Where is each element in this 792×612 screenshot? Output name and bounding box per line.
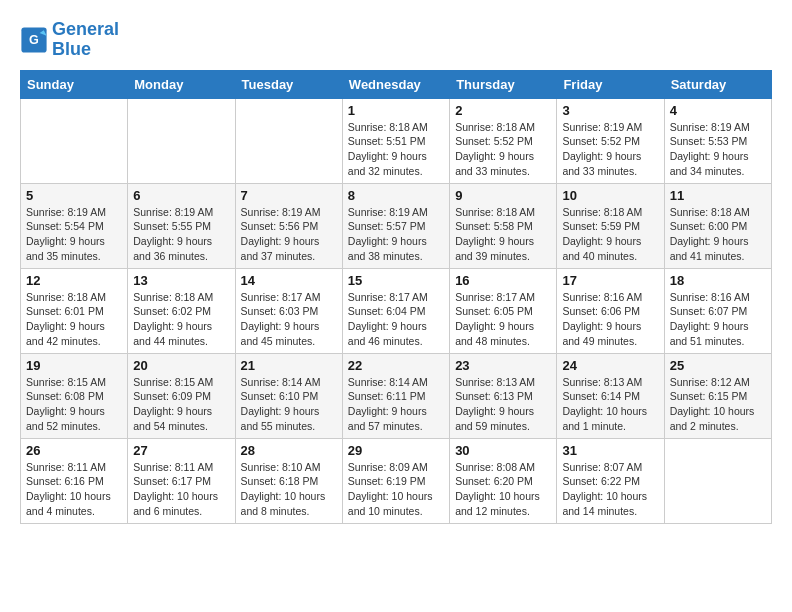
- day-cell: 20Sunrise: 8:15 AM Sunset: 6:09 PM Dayli…: [128, 353, 235, 438]
- day-info: Sunrise: 8:16 AM Sunset: 6:06 PM Dayligh…: [562, 290, 658, 349]
- day-info: Sunrise: 8:09 AM Sunset: 6:19 PM Dayligh…: [348, 460, 444, 519]
- day-info: Sunrise: 8:14 AM Sunset: 6:11 PM Dayligh…: [348, 375, 444, 434]
- day-number: 23: [455, 358, 551, 373]
- day-info: Sunrise: 8:07 AM Sunset: 6:22 PM Dayligh…: [562, 460, 658, 519]
- day-cell: 10Sunrise: 8:18 AM Sunset: 5:59 PM Dayli…: [557, 183, 664, 268]
- logo-text-line2: Blue: [52, 40, 119, 60]
- day-number: 21: [241, 358, 337, 373]
- day-cell: 21Sunrise: 8:14 AM Sunset: 6:10 PM Dayli…: [235, 353, 342, 438]
- day-cell: 25Sunrise: 8:12 AM Sunset: 6:15 PM Dayli…: [664, 353, 771, 438]
- logo-icon: G: [20, 26, 48, 54]
- header-monday: Monday: [128, 70, 235, 98]
- day-info: Sunrise: 8:11 AM Sunset: 6:16 PM Dayligh…: [26, 460, 122, 519]
- week-row-1: 1Sunrise: 8:18 AM Sunset: 5:51 PM Daylig…: [21, 98, 772, 183]
- day-info: Sunrise: 8:12 AM Sunset: 6:15 PM Dayligh…: [670, 375, 766, 434]
- day-info: Sunrise: 8:19 AM Sunset: 5:55 PM Dayligh…: [133, 205, 229, 264]
- week-row-2: 5Sunrise: 8:19 AM Sunset: 5:54 PM Daylig…: [21, 183, 772, 268]
- day-info: Sunrise: 8:19 AM Sunset: 5:57 PM Dayligh…: [348, 205, 444, 264]
- day-number: 17: [562, 273, 658, 288]
- day-number: 2: [455, 103, 551, 118]
- day-info: Sunrise: 8:16 AM Sunset: 6:07 PM Dayligh…: [670, 290, 766, 349]
- day-cell: 12Sunrise: 8:18 AM Sunset: 6:01 PM Dayli…: [21, 268, 128, 353]
- day-cell: 4Sunrise: 8:19 AM Sunset: 5:53 PM Daylig…: [664, 98, 771, 183]
- day-cell: 5Sunrise: 8:19 AM Sunset: 5:54 PM Daylig…: [21, 183, 128, 268]
- day-info: Sunrise: 8:18 AM Sunset: 6:01 PM Dayligh…: [26, 290, 122, 349]
- day-number: 19: [26, 358, 122, 373]
- day-info: Sunrise: 8:18 AM Sunset: 5:59 PM Dayligh…: [562, 205, 658, 264]
- day-info: Sunrise: 8:15 AM Sunset: 6:08 PM Dayligh…: [26, 375, 122, 434]
- day-cell: [21, 98, 128, 183]
- day-info: Sunrise: 8:18 AM Sunset: 5:52 PM Dayligh…: [455, 120, 551, 179]
- header-row: SundayMondayTuesdayWednesdayThursdayFrid…: [21, 70, 772, 98]
- day-number: 22: [348, 358, 444, 373]
- day-cell: 16Sunrise: 8:17 AM Sunset: 6:05 PM Dayli…: [450, 268, 557, 353]
- week-row-5: 26Sunrise: 8:11 AM Sunset: 6:16 PM Dayli…: [21, 438, 772, 523]
- day-cell: 18Sunrise: 8:16 AM Sunset: 6:07 PM Dayli…: [664, 268, 771, 353]
- day-cell: 11Sunrise: 8:18 AM Sunset: 6:00 PM Dayli…: [664, 183, 771, 268]
- week-row-4: 19Sunrise: 8:15 AM Sunset: 6:08 PM Dayli…: [21, 353, 772, 438]
- day-number: 13: [133, 273, 229, 288]
- header-thursday: Thursday: [450, 70, 557, 98]
- day-info: Sunrise: 8:13 AM Sunset: 6:14 PM Dayligh…: [562, 375, 658, 434]
- day-number: 6: [133, 188, 229, 203]
- day-cell: 24Sunrise: 8:13 AM Sunset: 6:14 PM Dayli…: [557, 353, 664, 438]
- day-number: 14: [241, 273, 337, 288]
- header-wednesday: Wednesday: [342, 70, 449, 98]
- day-cell: 14Sunrise: 8:17 AM Sunset: 6:03 PM Dayli…: [235, 268, 342, 353]
- day-info: Sunrise: 8:17 AM Sunset: 6:04 PM Dayligh…: [348, 290, 444, 349]
- day-number: 10: [562, 188, 658, 203]
- header-friday: Friday: [557, 70, 664, 98]
- day-number: 29: [348, 443, 444, 458]
- day-info: Sunrise: 8:18 AM Sunset: 6:00 PM Dayligh…: [670, 205, 766, 264]
- day-cell: 19Sunrise: 8:15 AM Sunset: 6:08 PM Dayli…: [21, 353, 128, 438]
- day-cell: 6Sunrise: 8:19 AM Sunset: 5:55 PM Daylig…: [128, 183, 235, 268]
- day-number: 27: [133, 443, 229, 458]
- day-cell: 27Sunrise: 8:11 AM Sunset: 6:17 PM Dayli…: [128, 438, 235, 523]
- day-number: 26: [26, 443, 122, 458]
- logo: G General Blue: [20, 20, 119, 60]
- day-info: Sunrise: 8:18 AM Sunset: 5:51 PM Dayligh…: [348, 120, 444, 179]
- day-number: 12: [26, 273, 122, 288]
- day-cell: 26Sunrise: 8:11 AM Sunset: 6:16 PM Dayli…: [21, 438, 128, 523]
- day-info: Sunrise: 8:14 AM Sunset: 6:10 PM Dayligh…: [241, 375, 337, 434]
- header-saturday: Saturday: [664, 70, 771, 98]
- svg-text:G: G: [29, 32, 39, 46]
- day-cell: 7Sunrise: 8:19 AM Sunset: 5:56 PM Daylig…: [235, 183, 342, 268]
- day-number: 9: [455, 188, 551, 203]
- day-info: Sunrise: 8:10 AM Sunset: 6:18 PM Dayligh…: [241, 460, 337, 519]
- day-number: 18: [670, 273, 766, 288]
- day-cell: 13Sunrise: 8:18 AM Sunset: 6:02 PM Dayli…: [128, 268, 235, 353]
- day-cell: [235, 98, 342, 183]
- day-cell: 17Sunrise: 8:16 AM Sunset: 6:06 PM Dayli…: [557, 268, 664, 353]
- day-cell: 8Sunrise: 8:19 AM Sunset: 5:57 PM Daylig…: [342, 183, 449, 268]
- day-info: Sunrise: 8:19 AM Sunset: 5:56 PM Dayligh…: [241, 205, 337, 264]
- page-header: G General Blue: [20, 20, 772, 60]
- day-cell: 23Sunrise: 8:13 AM Sunset: 6:13 PM Dayli…: [450, 353, 557, 438]
- day-cell: 31Sunrise: 8:07 AM Sunset: 6:22 PM Dayli…: [557, 438, 664, 523]
- day-cell: [664, 438, 771, 523]
- day-number: 3: [562, 103, 658, 118]
- day-info: Sunrise: 8:11 AM Sunset: 6:17 PM Dayligh…: [133, 460, 229, 519]
- day-number: 8: [348, 188, 444, 203]
- day-cell: 9Sunrise: 8:18 AM Sunset: 5:58 PM Daylig…: [450, 183, 557, 268]
- day-cell: 15Sunrise: 8:17 AM Sunset: 6:04 PM Dayli…: [342, 268, 449, 353]
- day-number: 30: [455, 443, 551, 458]
- day-number: 16: [455, 273, 551, 288]
- week-row-3: 12Sunrise: 8:18 AM Sunset: 6:01 PM Dayli…: [21, 268, 772, 353]
- day-info: Sunrise: 8:08 AM Sunset: 6:20 PM Dayligh…: [455, 460, 551, 519]
- day-number: 15: [348, 273, 444, 288]
- day-info: Sunrise: 8:19 AM Sunset: 5:52 PM Dayligh…: [562, 120, 658, 179]
- day-number: 7: [241, 188, 337, 203]
- day-cell: 28Sunrise: 8:10 AM Sunset: 6:18 PM Dayli…: [235, 438, 342, 523]
- day-number: 4: [670, 103, 766, 118]
- day-info: Sunrise: 8:19 AM Sunset: 5:54 PM Dayligh…: [26, 205, 122, 264]
- day-number: 5: [26, 188, 122, 203]
- day-cell: 22Sunrise: 8:14 AM Sunset: 6:11 PM Dayli…: [342, 353, 449, 438]
- calendar-table: SundayMondayTuesdayWednesdayThursdayFrid…: [20, 70, 772, 524]
- day-cell: 3Sunrise: 8:19 AM Sunset: 5:52 PM Daylig…: [557, 98, 664, 183]
- day-info: Sunrise: 8:17 AM Sunset: 6:05 PM Dayligh…: [455, 290, 551, 349]
- header-tuesday: Tuesday: [235, 70, 342, 98]
- day-info: Sunrise: 8:15 AM Sunset: 6:09 PM Dayligh…: [133, 375, 229, 434]
- day-info: Sunrise: 8:13 AM Sunset: 6:13 PM Dayligh…: [455, 375, 551, 434]
- day-number: 1: [348, 103, 444, 118]
